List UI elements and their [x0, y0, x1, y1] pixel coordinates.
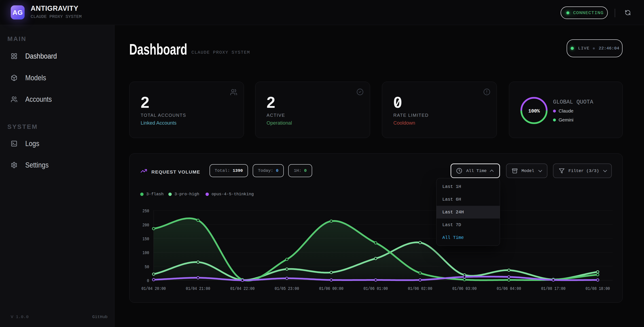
- svg-text:01/06 02:00: 01/06 02:00: [408, 286, 432, 291]
- svg-text:01/04 21:00: 01/04 21:00: [186, 286, 210, 291]
- svg-text:150: 150: [142, 236, 149, 242]
- svg-text:01/06 01:00: 01/06 01:00: [364, 286, 388, 291]
- svg-text:01/08 18:00: 01/08 18:00: [586, 286, 610, 291]
- svg-text:01/06 03:00: 01/06 03:00: [452, 286, 477, 291]
- svg-text:50: 50: [145, 264, 149, 270]
- svg-text:200: 200: [142, 222, 149, 228]
- svg-text:250: 250: [142, 208, 149, 214]
- svg-text:01/05 23:00: 01/05 23:00: [274, 286, 299, 291]
- svg-text:01/04 20:00: 01/04 20:00: [142, 286, 166, 291]
- svg-text:01/06 00:00: 01/06 00:00: [319, 286, 344, 291]
- svg-text:01/08 17:00: 01/08 17:00: [541, 286, 566, 291]
- svg-text:01/06 04:00: 01/06 04:00: [497, 286, 521, 291]
- svg-text:100: 100: [142, 250, 149, 256]
- svg-text:01/04 22:00: 01/04 22:00: [230, 286, 255, 291]
- svg-text:0: 0: [147, 278, 149, 284]
